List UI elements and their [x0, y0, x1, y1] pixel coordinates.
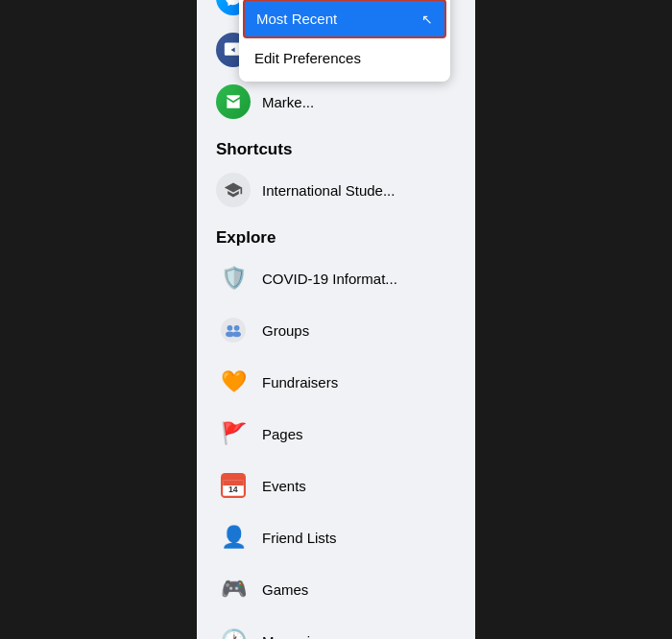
events-icon: 14 [216, 468, 251, 503]
sidebar-item-covid[interactable]: 🛡️ COVID-19 Informat... [204, 253, 468, 303]
sidebar-item-friend-lists[interactable]: 👤 Friend Lists [204, 512, 468, 562]
events-label: Events [262, 478, 306, 494]
svg-point-1 [228, 325, 233, 331]
fundraisers-label: Fundraisers [262, 374, 338, 390]
sidebar-item-events[interactable]: 14 Events [204, 461, 468, 510]
covid-icon: 🛡️ [216, 261, 251, 296]
svg-point-2 [234, 325, 240, 331]
intl-students-label: International Stude... [262, 182, 395, 199]
sidebar-item-fundraisers[interactable]: 🧡 Fundraisers [204, 357, 468, 407]
pages-label: Pages [262, 426, 303, 442]
explore-section-label: Explore [197, 217, 475, 251]
friend-lists-label: Friend Lists [262, 530, 337, 546]
svg-point-4 [232, 331, 241, 337]
intl-students-icon [216, 173, 251, 207]
marketplace-label: Marke... [262, 94, 314, 110]
memories-label: Memories [262, 633, 325, 640]
svg-text:14: 14 [228, 485, 238, 494]
svg-point-0 [221, 318, 246, 343]
dropdown-menu: ✓ Top Stories Most Recent ↖ Edit Prefere… [239, 0, 450, 82]
sidebar-item-games[interactable]: 🎮 Games [204, 564, 468, 614]
sidebar-item-groups[interactable]: Groups [204, 305, 468, 355]
friend-lists-icon: 👤 [216, 520, 251, 555]
groups-icon [216, 313, 251, 347]
games-label: Games [262, 581, 308, 598]
covid-label: COVID-19 Informat... [262, 271, 397, 287]
pages-icon: 🚩 [216, 416, 251, 451]
marketplace-icon [216, 84, 251, 119]
cursor-icon: ↖ [421, 12, 433, 27]
fundraisers-icon: 🧡 [216, 365, 251, 399]
sidebar-item-intl-students[interactable]: International Stude... [204, 165, 468, 215]
sidebar-item-pages[interactable]: 🚩 Pages [204, 409, 468, 459]
dropdown-item-edit-preferences[interactable]: Edit Preferences [239, 40, 450, 76]
sidebar-panel: News Feed ··· ✓ Top Stories Most Recent … [197, 0, 475, 639]
sidebar-item-marketplace[interactable]: Marke... [204, 77, 468, 127]
shortcuts-section-label: Shortcuts [197, 129, 475, 163]
sidebar-item-memories[interactable]: 🕐 Memories [204, 616, 468, 639]
groups-label: Groups [262, 322, 309, 339]
games-icon: 🎮 [216, 572, 251, 606]
dropdown-item-most-recent[interactable]: Most Recent ↖ [243, 0, 446, 38]
memories-icon: 🕐 [216, 624, 251, 639]
